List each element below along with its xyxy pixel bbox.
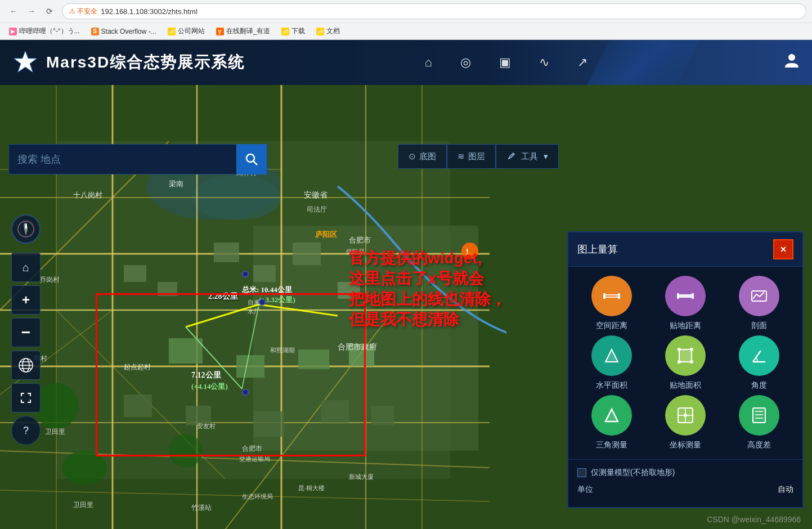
reload-button[interactable]: ⟳ — [42, 3, 57, 19]
docs-favicon: 📁 — [316, 28, 324, 35]
map-nav-controls: N ⌂ + − — [11, 214, 41, 445]
horiz-area-label: 水平面积 — [596, 380, 627, 391]
basemap-label: 底图 — [419, 151, 436, 162]
svg-point-106 — [678, 360, 681, 364]
zoom-in-button[interactable]: + — [11, 285, 41, 315]
svg-line-81 — [253, 161, 257, 165]
svg-line-109 — [753, 351, 761, 362]
space-distance-icon[interactable] — [591, 276, 632, 316]
url-text: 192.168.1.108:3002/zhts.html — [101, 7, 197, 16]
height-diff-label: 高度差 — [747, 440, 771, 450]
back-button[interactable]: ← — [6, 3, 21, 19]
layers-button[interactable]: ≋ 图层 — [447, 144, 496, 169]
nav-trend-button[interactable]: ↗ — [577, 55, 587, 70]
svg-rect-96 — [618, 293, 620, 299]
security-warning: ⚠ 不安全 — [69, 7, 97, 16]
csdn-text: CSDN @weixin_44689966 — [707, 515, 801, 524]
svg-text:卫田里: 卫田里 — [45, 428, 65, 436]
svg-text:竹溪站: 竹溪站 — [191, 504, 212, 512]
nav-home-button[interactable]: ⌂ — [424, 55, 432, 70]
annotation-overlay: 官方提供的widget,这里点击了x号就会把地图上的线也清除，但是我不想清除 — [349, 248, 506, 330]
bookmark-download[interactable]: 📁 下载 — [278, 25, 308, 37]
panel-close-button[interactable]: × — [773, 239, 793, 259]
ground-distance-label: 贴地距离 — [670, 321, 701, 331]
csdn-watermark: CSDN @weixin_44689966 — [707, 515, 801, 524]
nav-line-button[interactable]: ∿ — [539, 55, 549, 70]
ground-area-icon[interactable] — [665, 335, 706, 376]
bookmark-bilibili[interactable]: ▶ 哔哩哔哩（°-°）う... — [6, 25, 83, 37]
svg-line-82 — [512, 154, 513, 155]
search-button[interactable] — [236, 144, 267, 174]
download-favicon: 📁 — [281, 28, 289, 35]
svg-point-87 — [25, 228, 27, 230]
globe-view-button[interactable] — [11, 351, 41, 380]
triangle-icon[interactable] — [591, 395, 632, 436]
bookmark-docs[interactable]: 📁 文档 — [313, 25, 343, 37]
bookmark-youdao[interactable]: y 在线翻译_有道 — [213, 25, 274, 37]
fullscreen-button[interactable] — [11, 383, 41, 413]
svg-text:庐阳区: 庐阳区 — [315, 230, 337, 239]
cross-section-icon[interactable] — [739, 276, 779, 316]
svg-rect-95 — [603, 293, 605, 299]
horiz-area-icon[interactable] — [591, 335, 632, 376]
coordinate-icon[interactable] — [665, 395, 706, 436]
unit-row: 单位 自动 — [577, 481, 793, 498]
bookmark-company[interactable]: 📁 公司网站 — [164, 25, 208, 37]
unit-label: 单位 — [577, 485, 593, 495]
app-title: Mars3D综合态势展示系统 — [46, 52, 245, 73]
docs-label: 文档 — [326, 26, 340, 36]
svg-text:生态环境局: 生态环境局 — [242, 493, 273, 500]
forward-button[interactable]: → — [24, 3, 39, 19]
nav-chart-button[interactable]: ▣ — [499, 55, 511, 70]
map-area[interactable]: 十八岗村 乔岗村 和村 卫田里 梁南 高林村 安徽省 司法厅 合肥市 保障局 合… — [0, 85, 812, 529]
top-navigation: Mars3D综合态势展示系统 ⌂ ◎ ▣ ∿ ↗ — [0, 40, 812, 85]
bookmarks-bar: ▶ 哔哩哔哩（°-°）う... S Stack Overflow -... 📁 … — [0, 23, 812, 39]
address-bar[interactable]: ⚠ 不安全 192.168.1.108:3002/zhts.html — [62, 3, 806, 19]
zoom-out-button[interactable]: − — [11, 318, 41, 347]
svg-point-80 — [246, 154, 254, 162]
nav-view-button[interactable]: ◎ — [460, 55, 471, 70]
help-button[interactable]: ? — [11, 416, 41, 445]
compass[interactable]: N — [11, 214, 41, 244]
svg-rect-99 — [677, 293, 679, 299]
home-view-button[interactable]: ⌂ — [11, 253, 41, 282]
bilibili-label: 哔哩哔哩（°-°）う... — [19, 26, 80, 36]
cross-section-label: 剖面 — [751, 321, 767, 331]
space-distance-label: 空间距离 — [596, 321, 627, 331]
company-favicon: 📁 — [168, 28, 176, 35]
bookmark-stackoverflow[interactable]: S Stack Overflow -... — [88, 26, 160, 37]
svg-text:安徽省: 安徽省 — [304, 191, 328, 199]
map-toolbar: ⊙ 底图 ≋ 图层 工具 ▾ — [398, 144, 559, 169]
user-icon[interactable] — [783, 52, 801, 74]
svg-rect-100 — [692, 293, 694, 299]
logo-area: Mars3D综合态势展示系统 — [0, 48, 256, 77]
svg-marker-102 — [605, 349, 618, 362]
ground-distance-icon[interactable] — [665, 276, 706, 316]
panel-header: 图上量算 × — [568, 232, 802, 267]
stackoverflow-label: Stack Overflow -... — [101, 28, 156, 35]
svg-point-104 — [678, 348, 681, 351]
nav-buttons: ← → ⟳ — [6, 3, 57, 19]
svg-rect-98 — [677, 294, 694, 298]
basemap-button[interactable]: ⊙ 底图 — [398, 144, 447, 169]
tools-button[interactable]: 工具 ▾ — [496, 144, 559, 169]
svg-rect-25 — [34, 383, 79, 428]
tool-cross-section: 剖面 — [724, 276, 793, 331]
svg-text:十八岗村: 十八岗村 — [73, 191, 102, 199]
model-only-row: 仅测量模型(不拾取地形) — [577, 464, 793, 481]
tool-horiz-area: 水平面积 — [577, 335, 647, 391]
map-selection-rect — [96, 293, 366, 456]
download-label: 下载 — [291, 26, 305, 36]
coordinate-label: 坐标测量 — [670, 440, 701, 450]
model-only-checkbox[interactable] — [577, 468, 586, 477]
tool-triangle: 三角测量 — [577, 395, 647, 450]
svg-point-1 — [788, 54, 795, 61]
layers-label: 图层 — [468, 151, 485, 162]
svg-rect-30 — [214, 243, 239, 262]
search-input[interactable] — [9, 154, 236, 165]
search-bar — [8, 144, 267, 174]
ground-area-label: 贴地面积 — [670, 380, 701, 391]
height-diff-icon[interactable] — [739, 395, 779, 436]
angle-icon[interactable] — [739, 335, 779, 376]
layers-icon: ≋ — [457, 151, 465, 162]
